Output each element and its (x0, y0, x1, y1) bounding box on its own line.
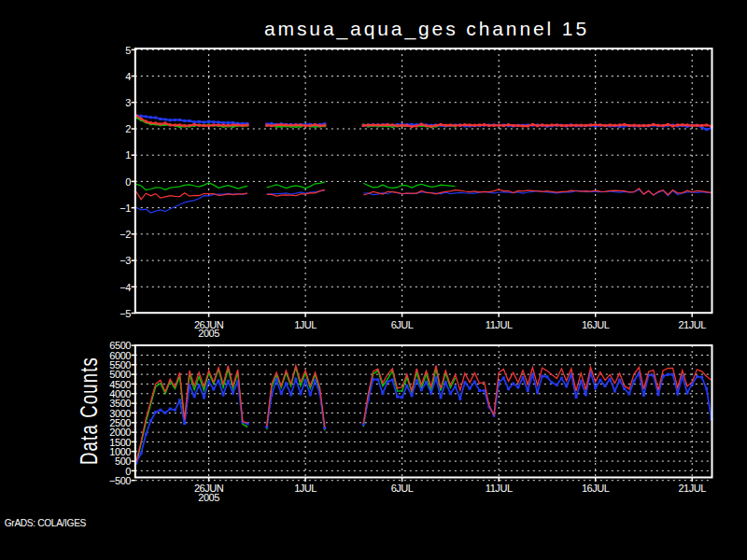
svg-text:−3: −3 (120, 255, 131, 266)
svg-text:−4: −4 (120, 282, 131, 293)
svg-text:1JUL: 1JUL (294, 483, 317, 494)
svg-text:1500: 1500 (109, 437, 131, 448)
svg-text:1000: 1000 (109, 446, 131, 457)
svg-text:11JUL: 11JUL (486, 319, 513, 330)
svg-text:1: 1 (125, 149, 131, 161)
svg-text:3500: 3500 (109, 398, 131, 409)
svg-text:5: 5 (125, 45, 131, 56)
svg-text:16JUL: 16JUL (582, 319, 610, 330)
svg-text:21JUL: 21JUL (678, 319, 706, 330)
svg-text:−500: −500 (109, 475, 131, 486)
svg-text:5000: 5000 (109, 369, 131, 380)
svg-text:500: 500 (115, 455, 131, 467)
svg-text:6500: 6500 (109, 340, 131, 351)
svg-text:amsua_aqua_ges channel 15: amsua_aqua_ges channel 15 (264, 18, 589, 40)
svg-text:GrADS: COLA/IGES: GrADS: COLA/IGES (5, 518, 87, 528)
svg-text:3000: 3000 (109, 408, 131, 419)
svg-text:−1: −1 (120, 203, 131, 214)
svg-text:2500: 2500 (109, 417, 131, 428)
svg-text:3: 3 (125, 97, 131, 108)
svg-text:−5: −5 (120, 308, 131, 319)
svg-text:5500: 5500 (109, 359, 131, 371)
svg-text:4500: 4500 (109, 379, 131, 390)
svg-text:2000: 2000 (109, 427, 131, 438)
svg-text:4: 4 (125, 71, 131, 82)
svg-text:2005: 2005 (198, 328, 219, 339)
svg-text:−2: −2 (120, 229, 131, 240)
svg-text:1JUL: 1JUL (294, 319, 317, 330)
svg-text:6JUL: 6JUL (391, 319, 414, 330)
svg-text:0: 0 (125, 176, 131, 188)
svg-text:Data Counts: Data Counts (75, 357, 103, 465)
svg-text:4000: 4000 (109, 388, 131, 399)
svg-text:0: 0 (125, 466, 131, 477)
svg-text:16JUL: 16JUL (582, 483, 610, 494)
svg-text:6JUL: 6JUL (391, 483, 414, 494)
svg-text:11JUL: 11JUL (486, 483, 513, 494)
svg-text:6000: 6000 (109, 350, 131, 361)
svg-text:2005: 2005 (198, 492, 219, 503)
svg-text:2: 2 (125, 123, 131, 134)
svg-text:21JUL: 21JUL (678, 483, 706, 494)
